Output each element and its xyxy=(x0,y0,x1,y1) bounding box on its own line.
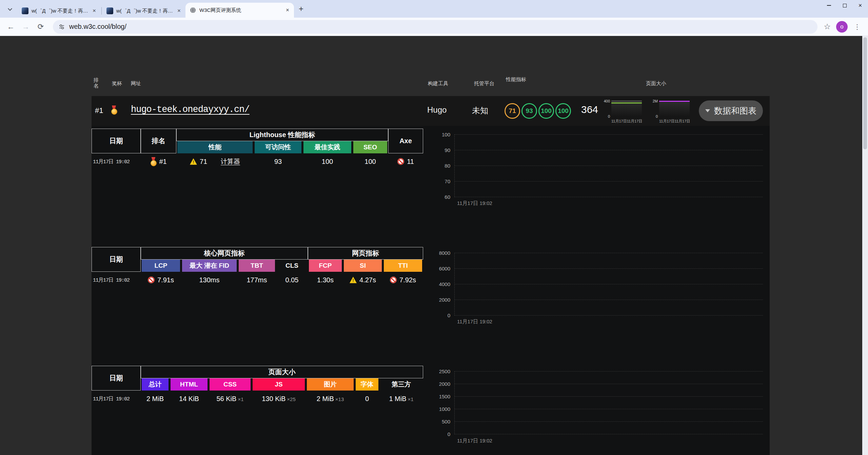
score-performance: 71 xyxy=(505,103,520,119)
th-best-practices: 最佳实践 xyxy=(302,141,352,153)
detail-panel: 日期 排名 Lighthouse 性能指标 Axe 性能 可访问性 最佳实践 S… xyxy=(92,126,770,455)
tab-1[interactable]: w(゜Д゜)w 不要走！再看看嘛！ × xyxy=(18,4,101,18)
col-header-builder: 构建工具 xyxy=(428,80,448,87)
th-lcp: LCP xyxy=(141,260,181,272)
cell-total: 2 MiB xyxy=(141,391,170,407)
banned-icon xyxy=(397,158,404,165)
web-vitals-table: 日期 核心网页指标 网页指标 LCP 最大 潜在 FID TBT CLS FCP… xyxy=(92,247,423,288)
th-fonts: 字体 xyxy=(355,378,379,391)
sparkline-ymin: 0 xyxy=(656,114,658,118)
sparkline-series xyxy=(659,101,690,102)
lighthouse-score-badges: 71 93 100 100 xyxy=(505,103,571,119)
lighthouse-table: 日期 排名 Lighthouse 性能指标 Axe 性能 可访问性 最佳实践 S… xyxy=(92,129,423,170)
new-tab-button[interactable]: + xyxy=(299,4,303,14)
tab-close-icon[interactable]: × xyxy=(176,7,182,14)
address-bar[interactable]: web.w3c.cool/blog/ xyxy=(53,20,817,34)
metric-total: 364 xyxy=(581,104,598,115)
sparkline-date: 11月17日 xyxy=(659,119,675,124)
url-text[interactable]: web.w3c.cool/blog/ xyxy=(69,23,126,31)
vitals-trend-chart: 8000 6000 4000 2000 0 11月17日 19:02 xyxy=(437,253,763,327)
reload-button[interactable]: ⟳ xyxy=(35,21,47,33)
banned-icon xyxy=(148,277,155,283)
forward-button: → xyxy=(20,21,32,33)
tab-close-icon[interactable]: × xyxy=(91,7,97,14)
cell-fid: 130ms xyxy=(181,272,238,288)
site-settings-icon[interactable] xyxy=(58,23,65,30)
browser-menu-icon[interactable]: ⋮ xyxy=(851,23,863,31)
th-third-party: 第三方 xyxy=(379,378,423,391)
th-accessibility: 可访问性 xyxy=(254,141,302,153)
cell-fonts: 0 xyxy=(355,391,379,407)
tab-favicon xyxy=(22,7,28,14)
calculator-link[interactable]: 计算器 xyxy=(221,157,240,166)
table-row: 11月17日 19:02 2 MiB 14 KiB 56 KiB×1 130 K… xyxy=(92,391,423,407)
metrics-sparkline: 400 0 11月17日 11月17日 xyxy=(611,101,642,124)
cell-css: 56 KiB×1 xyxy=(209,391,252,407)
th-pagesize-group: 页面大小 xyxy=(141,366,423,378)
page-content: 排名 奖杯 网址 构建工具 托管平台 性能指标 页面大小 #1 hugo-tee… xyxy=(0,36,868,455)
th-lighthouse-group: Lighthouse 性能指标 xyxy=(176,129,388,141)
cell-axe: 11 xyxy=(388,153,423,170)
th-max-fid: 最大 潜在 FID xyxy=(181,260,238,272)
cell-seo: 100 xyxy=(352,153,388,170)
sparkline-ymin: 0 xyxy=(608,114,610,118)
tab-title: W3C网页评测系统 xyxy=(199,7,281,14)
cell-si: !4.27s xyxy=(343,272,383,288)
pagesize-sparkline: 2M 0 11月17日 11月17日 xyxy=(659,101,690,124)
tab-3-active[interactable]: W3C网页评测系统 × xyxy=(185,3,294,18)
chevron-down-icon xyxy=(8,6,12,11)
minimize-button[interactable] xyxy=(821,0,837,11)
cell-html: 14 KiB xyxy=(170,391,209,407)
cell-rank: #1 xyxy=(141,153,176,170)
score-seo: 100 xyxy=(555,103,571,119)
tab-close-icon[interactable]: × xyxy=(284,7,291,14)
scrollbar-thumb[interactable] xyxy=(863,37,867,149)
score-accessibility: 93 xyxy=(521,103,537,119)
gold-medal-icon xyxy=(111,106,117,115)
sparkline-date: 11月17日 xyxy=(627,119,643,124)
sparkline-date: 11月17日 xyxy=(611,119,627,124)
cell-date: 11月17日 19:02 xyxy=(92,391,141,407)
window-controls: × xyxy=(821,0,868,11)
profile-avatar[interactable]: o xyxy=(836,21,848,33)
minimize-icon xyxy=(827,5,831,6)
th-html: HTML xyxy=(170,378,209,391)
sparkline-ymax: 2M xyxy=(653,99,658,103)
chevron-down-icon xyxy=(705,109,710,112)
cell-third-party: 1 MiB×1 xyxy=(379,391,423,407)
maximize-button[interactable] xyxy=(837,0,852,11)
tab-title: w(゜Д゜)w 不要走！再看看嘛！ xyxy=(116,8,173,14)
col-header-metrics: 性能指标 xyxy=(506,76,526,83)
cell-tbt: 177ms xyxy=(238,272,276,288)
browser-toolbar: ← → ⟳ web.w3c.cool/blog/ ☆ o ⋮ xyxy=(0,18,868,36)
bookmark-star-icon[interactable]: ☆ xyxy=(824,22,831,31)
th-performance: 性能 xyxy=(176,141,254,153)
col-header-pagesize: 页面大小 xyxy=(646,80,666,87)
cell-accessibility: 93 xyxy=(254,153,302,170)
sparkline-series xyxy=(611,102,642,103)
th-date: 日期 xyxy=(92,247,141,272)
scrollbar[interactable] xyxy=(862,36,868,455)
lighthouse-trend-chart: 100 90 80 70 60 11月17日 19:02 xyxy=(437,134,763,209)
browser-tab-strip: w(゜Д゜)w 不要走！再看看嘛！ × w(゜Д゜)w 不要走！再看看嘛！ × … xyxy=(0,0,868,18)
tab-search-button[interactable] xyxy=(5,4,15,14)
th-cls: CLS xyxy=(276,260,308,272)
back-button[interactable]: ← xyxy=(5,21,17,33)
tab-2[interactable]: w(゜Д゜)w 不要走！再看看嘛！ × xyxy=(102,4,185,18)
th-web-metrics-group: 网页指标 xyxy=(308,247,423,260)
site-url-link[interactable]: hugo-teek.onedayxyy.cn/ xyxy=(131,105,250,115)
th-rank: 排名 xyxy=(141,129,176,153)
close-window-button[interactable]: × xyxy=(852,0,868,11)
th-js: JS xyxy=(252,378,306,391)
x-axis-label: 11月17日 19:02 xyxy=(457,319,492,325)
cell-images: 2 MiB×13 xyxy=(306,391,355,407)
col-header-trophy: 奖杯 xyxy=(112,80,122,87)
col-header-url: 网址 xyxy=(131,80,141,87)
globe-icon xyxy=(190,7,196,14)
data-and-charts-button[interactable]: 数据和图表 xyxy=(699,100,763,121)
maximize-icon xyxy=(843,4,847,7)
th-images: 图片 xyxy=(306,378,355,391)
cell-js: 130 KiB×25 xyxy=(252,391,306,407)
sparkline-date: 11月17日 xyxy=(675,119,690,124)
site-row: #1 hugo-teek.onedayxyy.cn/ Hugo 未知 71 93… xyxy=(92,96,770,126)
